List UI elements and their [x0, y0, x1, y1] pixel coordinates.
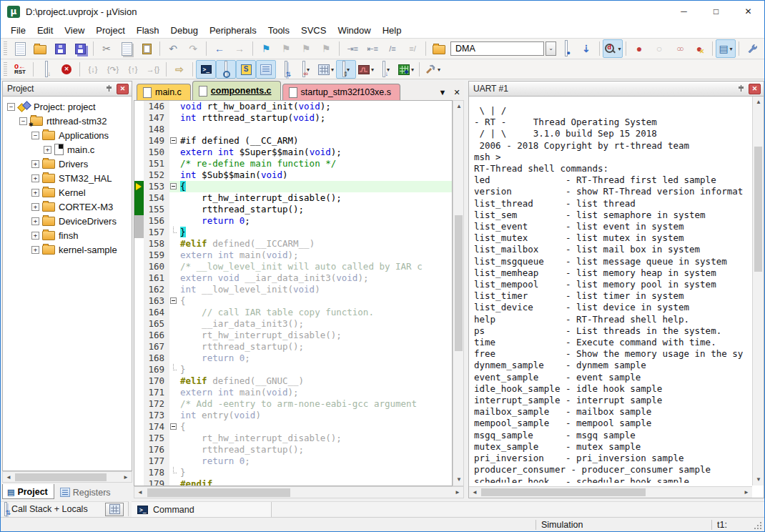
menu-svcs[interactable]: SVCS — [295, 25, 332, 36]
menu-debug[interactable]: Debug — [165, 25, 204, 36]
fold-collapse-icon[interactable] — [169, 421, 179, 433]
find-dropdown-button[interactable]: ⌄ — [546, 41, 556, 56]
window-layout-button[interactable]: ▤▾ — [716, 39, 736, 58]
tree-item-kernel[interactable]: +Kernel — [3, 185, 132, 200]
code-line-165[interactable]: 165 __iar_data_init3(); — [134, 318, 452, 330]
memory-window-toggle-button[interactable] — [105, 503, 124, 516]
fold-collapse-icon[interactable] — [169, 181, 179, 192]
code-line-179[interactable]: 179#endif — [134, 478, 452, 486]
close-document-button[interactable]: ✕ — [450, 84, 464, 100]
menu-window[interactable]: Window — [332, 25, 376, 36]
configure-target-button[interactable] — [742, 39, 762, 58]
tree-expander-icon[interactable]: + — [31, 246, 39, 254]
toolbox-button[interactable]: ▾ — [396, 60, 416, 79]
next-bookmark-button[interactable]: ⚑ — [296, 39, 316, 58]
uart-hscrollbar[interactable]: ◄ ► — [469, 486, 752, 498]
code-line-149[interactable]: 149#if defined (__CC_ARM) — [134, 135, 452, 147]
run-to-line-button[interactable]: →{} — [143, 60, 163, 79]
disable-all-breakpoints-button[interactable]: ○○ — [669, 39, 689, 58]
project-panel-close-button[interactable]: ✕ — [117, 84, 129, 94]
command-bar[interactable]: >_ Command — [132, 502, 272, 517]
tree-item-kernel-sample[interactable]: +kernel-sample — [3, 242, 132, 257]
scroll-thumb[interactable] — [455, 215, 463, 351]
tree-expander-icon[interactable]: + — [31, 232, 39, 240]
registers-window-button[interactable] — [256, 60, 276, 79]
uart-vscrollbar[interactable]: ▲ ▼ — [752, 97, 764, 486]
unindent-button[interactable]: ⇤≡ — [362, 39, 382, 58]
scroll-thumb[interactable] — [481, 488, 646, 496]
scroll-right-arrow-icon[interactable]: ► — [452, 487, 463, 498]
uart-output[interactable]: \ | / - RT - Thread Operating System / |… — [469, 97, 752, 483]
editor-hscrollbar[interactable]: ◄ ► — [134, 486, 464, 498]
code-line-147[interactable]: 147int rtthread_startup(void); — [134, 112, 452, 124]
start-stop-debug-button[interactable]: d▾ — [603, 39, 623, 58]
code-line-154[interactable]: 154 rt_hw_interrupt_disable(); — [134, 192, 452, 204]
scroll-down-arrow-icon[interactable]: ▼ — [753, 474, 764, 486]
tree-item-cortex-m3[interactable]: +CORTEX-M3 — [3, 200, 132, 214]
copy-button[interactable] — [117, 39, 137, 58]
code-line-175[interactable]: 175 rt_hw_interrupt_disable(); — [134, 433, 452, 444]
tree-expander-icon[interactable]: − — [19, 117, 27, 125]
redo-button[interactable]: ↷ — [183, 39, 203, 58]
tree-expander-icon[interactable]: + — [31, 160, 39, 168]
find-in-files-button[interactable] — [429, 39, 449, 58]
code-line-177[interactable]: 177 return 0; — [134, 455, 452, 467]
save-all-button[interactable] — [70, 39, 90, 58]
code-line-146[interactable]: 146void rt_hw_board_init(void); — [134, 101, 452, 112]
code-editor[interactable]: 146void rt_hw_board_init(void);147int rt… — [134, 100, 453, 486]
callstack-bar[interactable]: ⇅ Call Stack + Locals — [1, 501, 129, 516]
incremental-find-button[interactable]: ⇣ — [576, 39, 596, 58]
menu-edit[interactable]: Edit — [31, 25, 59, 36]
menu-flash[interactable]: Flash — [131, 25, 165, 36]
scroll-up-arrow-icon[interactable]: ▲ — [453, 101, 464, 112]
editor-vscrollbar[interactable]: ▲ ▼ — [453, 100, 464, 486]
toolbar-grip[interactable] — [4, 41, 7, 56]
navigate-forward-button[interactable]: → — [230, 39, 250, 58]
menu-peripherals[interactable]: Peripherals — [204, 25, 262, 36]
maximize-button[interactable]: □ — [700, 1, 732, 22]
tree-item-main-c[interactable]: +main.c — [3, 142, 132, 157]
code-line-153[interactable]: 153{ — [134, 181, 452, 192]
tree-item-finsh[interactable]: +finsh — [3, 228, 132, 242]
scroll-left-arrow-icon[interactable]: ◄ — [469, 487, 480, 498]
tree-expander-icon[interactable]: + — [31, 203, 39, 211]
tree-expander-icon[interactable]: + — [31, 217, 39, 225]
scroll-right-arrow-icon[interactable]: ► — [741, 487, 752, 498]
scroll-up-arrow-icon[interactable]: ▲ — [753, 97, 764, 108]
tab-list-dropdown-button[interactable]: ▼ — [435, 84, 450, 100]
code-line-178[interactable]: 178} — [134, 467, 452, 478]
insert-breakpoint-button[interactable]: ● — [629, 39, 649, 58]
new-file-button[interactable] — [10, 39, 30, 58]
watch-window-button[interactable]: ∞▾ — [296, 60, 316, 79]
menu-project[interactable]: Project — [90, 25, 130, 36]
code-line-176[interactable]: 176 rtthread_startup(); — [134, 444, 452, 455]
debug-tools-button[interactable]: ▾ — [423, 60, 443, 79]
code-line-174[interactable]: 174{ — [134, 421, 452, 433]
tree-expander-icon[interactable]: + — [31, 189, 39, 197]
scroll-thumb[interactable] — [147, 488, 290, 497]
fold-collapse-icon[interactable] — [169, 135, 179, 147]
code-line-152[interactable]: 152int $Sub$$main(void) — [134, 169, 452, 181]
code-line-172[interactable]: 172/* Add -eentry to arm-none-eabi-gcc a… — [134, 398, 452, 410]
scroll-thumb[interactable] — [15, 473, 107, 481]
scroll-left-arrow-icon[interactable]: ◄ — [3, 472, 14, 483]
code-line-168[interactable]: 168 return 0; — [134, 353, 452, 364]
code-line-157[interactable]: 157} — [134, 227, 452, 238]
save-button[interactable] — [50, 39, 70, 58]
toolbar-grip[interactable] — [4, 62, 7, 77]
show-next-statement-button[interactable]: ⇨ — [169, 60, 189, 79]
comment-button[interactable]: /≡ — [382, 39, 403, 58]
menu-help[interactable]: Help — [377, 25, 408, 36]
tree-item-drivers[interactable]: +Drivers — [3, 157, 132, 171]
disassembly-window-button[interactable] — [216, 60, 236, 79]
pin-icon[interactable] — [105, 84, 114, 93]
minimize-button[interactable]: ─ — [668, 1, 700, 22]
tree-item-rtthread-stm32[interactable]: −rtthread-stm32 — [3, 114, 132, 128]
code-line-148[interactable]: 148 — [134, 124, 452, 135]
tree-item-applications[interactable]: −Applications — [3, 128, 132, 142]
tree-expander-icon[interactable]: − — [7, 103, 15, 111]
fold-collapse-icon[interactable] — [169, 295, 179, 307]
code-line-164[interactable]: 164 // call IAR table copy function. — [134, 307, 452, 318]
disable-breakpoint-button[interactable]: ○ — [649, 39, 669, 58]
close-button[interactable]: ✕ — [732, 1, 764, 22]
